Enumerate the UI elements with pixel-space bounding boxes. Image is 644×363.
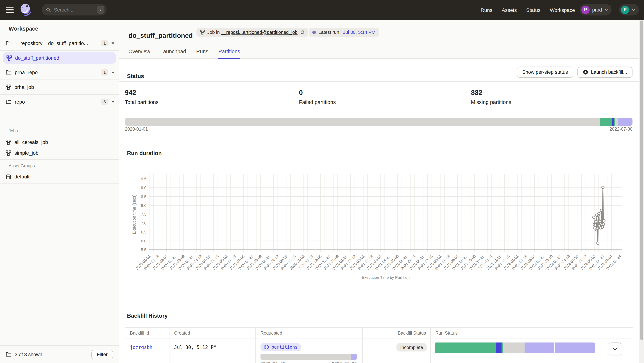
nav-runs[interactable]: Runs [481,7,492,13]
job-icon [6,150,11,156]
page-scrollbar[interactable] [639,20,644,363]
bar-segment-queued [618,118,632,126]
filter-button[interactable]: Filter [92,350,113,359]
caret-down-icon[interactable] [112,101,114,103]
bar-segment-queued [524,342,554,353]
sidebar-footer: 3 of 3 shown Filter [0,345,119,363]
data-point[interactable] [594,224,597,226]
y-tick-label: 8.5 [141,194,146,199]
partition-bar-end-label: 2022-07-30 [610,127,632,132]
partition-bar-labels: 2020-01-01 2022-07-30 [125,127,632,132]
y-tick-label: 8.0 [141,203,146,208]
tab-runs[interactable]: Runs [196,45,208,59]
latest-run-label: Latest run: [318,30,340,35]
top-navigation: Runs Assets Status Workspace [481,0,575,20]
sidebar-item-repository-do-stuff[interactable]: __repository__do_stuff_partitio... 1 [0,36,119,51]
app-root: Search... / Runs Assets Status Workspace… [0,0,644,363]
run-status-bar[interactable] [434,342,595,353]
stat-value: 942 [125,89,293,97]
sidebar-item-label: all_cereals_job [14,139,48,145]
latest-run-time-link[interactable]: Jul 30, 5:14 PM [343,30,376,35]
stat-label: Failed partitions [299,99,465,105]
partition-status-bar[interactable] [125,118,632,126]
sidebar-item-label: prha_job [14,84,114,90]
dagster-logo[interactable] [19,3,32,16]
sidebar-item-repo[interactable]: repo 3 [0,94,119,109]
stat-missing-partitions: 882 Missing partitions [465,82,639,112]
bar-segment-missing [125,118,600,126]
divider [0,184,119,184]
sidebar-item-label: repo [15,99,98,105]
backfill-id-link[interactable]: jozrgsbh [130,345,169,350]
shown-count-text: 3 of 3 shown [15,352,42,357]
caret-down-icon[interactable] [112,72,114,73]
folder-icon [6,70,12,75]
sidebar-item-prha-job[interactable]: prha_job [0,80,119,94]
backfill-history-table: Backfill Id Created Requested Backfill S… [125,328,633,363]
backfill-status-badge: Incomplete [397,343,427,352]
tab-launchpad[interactable]: Launchpad [160,45,186,59]
bar-segment-in_progress [496,342,501,353]
column-header-requested: Requested [256,328,362,338]
data-point[interactable] [601,226,604,228]
scrollbar-thumb[interactable] [640,20,643,340]
requested-range-labels: 2020-01-01 2022-07-30 [260,361,357,363]
data-point[interactable] [600,209,603,212]
column-header-actions [603,328,633,338]
y-axis-label: Execution time (secs) [132,194,136,234]
cell-created: Jul 30, 5:12 PM [169,339,256,363]
deployment-label: prod [592,7,602,12]
sidebar-item-all-cereals-job[interactable]: all_cereals_job [0,137,119,148]
nav-status[interactable]: Status [526,7,540,13]
table-header-row: Backfill Id Created Requested Backfill S… [125,328,633,339]
bar-segment-queued [350,354,357,360]
data-point[interactable] [596,227,599,230]
data-point[interactable] [597,242,599,244]
data-point[interactable] [602,186,604,188]
search-placeholder: Search... [54,7,94,12]
nav-assets[interactable]: Assets [502,7,517,13]
refresh-icon[interactable] [300,30,305,34]
sidebar-item-do-stuff-partitioned[interactable]: do_stuff_partitioned [3,52,116,64]
expand-row-button[interactable] [609,342,621,356]
requested-partitions-tag[interactable]: 60 partitions [260,343,301,351]
data-point[interactable] [603,220,605,222]
asset-groups-section-label: Asset Groups [9,163,35,168]
y-tick-label: 9.0 [141,186,146,190]
deployment-switcher[interactable]: P prod [580,4,612,16]
cell-backfill-status: Incomplete [362,339,430,363]
latest-run-tag: Latest run: Jul 30, 5:14 PM [309,28,379,37]
bar-segment-queued [555,342,595,353]
deployment-avatar: P [582,6,590,14]
sidebar-item-default-asset-group[interactable]: default [0,171,119,182]
job-icon [6,140,11,145]
page-title: do_stuff_partitioned [128,32,193,40]
created-timestamp: Jul 30, 5:12 PM [174,345,256,350]
data-point[interactable] [602,223,604,226]
requested-range-start: 2020-01-01 [260,361,286,363]
data-point[interactable] [598,212,600,214]
job-origin-link[interactable]: __reposi...artitioned@partitioned_job [221,30,298,35]
partition-bar-start-label: 2020-01-01 [125,127,148,132]
main-content: do_stuff_partitioned Job in __reposi...a… [119,20,639,363]
plus-circle-icon [583,70,588,75]
count-badge: 1 [101,40,108,46]
status-heading: Status [127,73,144,80]
launch-backfill-button[interactable]: Launch backfill... [578,66,632,78]
sidebar-item-prha-repo[interactable]: prha_repo 1 [0,65,119,80]
tab-overview[interactable]: Overview [128,45,150,59]
job-origin-text: Job in __reposi...artitioned@partitioned… [207,30,298,35]
cell-actions [603,339,633,363]
show-per-step-status-button[interactable]: Show per-step status [517,66,573,78]
workspace-sidebar: Workspace __repository__do_stuff_partiti… [0,20,119,363]
data-point[interactable] [592,216,595,218]
tab-partitions[interactable]: Partitions [218,45,240,59]
nav-workspace[interactable]: Workspace [550,7,575,13]
y-tick-label: 7.5 [141,212,146,216]
search-input[interactable]: Search... / [42,4,106,16]
user-menu[interactable]: P [619,4,639,16]
data-point[interactable] [594,220,597,223]
caret-down-icon[interactable] [112,42,114,44]
sidebar-item-simple-job[interactable]: simple_job [0,148,119,158]
menu-icon[interactable] [6,7,14,13]
